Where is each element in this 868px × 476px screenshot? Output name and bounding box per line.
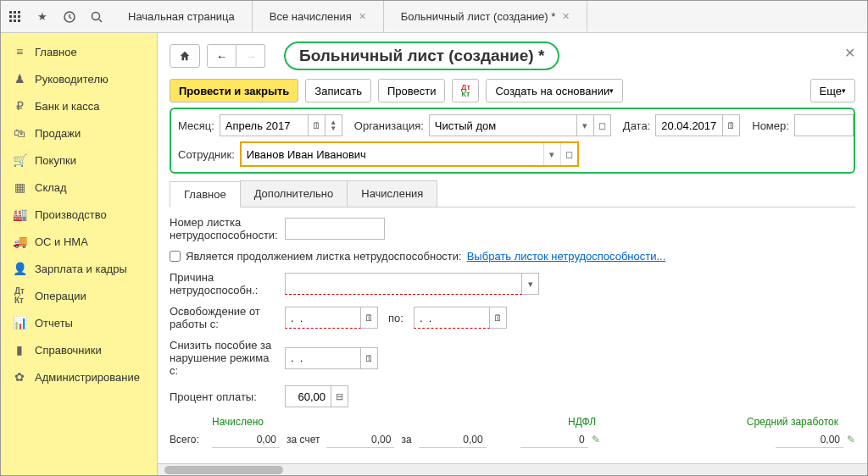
chevron-down-icon: ▾ [609, 86, 614, 95]
sidebar-item-operations[interactable]: ДтКтОперации [1, 282, 157, 309]
sidebar-item-admin[interactable]: ✿Администрирование [1, 363, 157, 390]
continuation-label: Является продолжением листка нетрудоспос… [186, 250, 462, 263]
pay-pct-input[interactable] [285, 385, 331, 407]
month-input[interactable] [220, 114, 309, 136]
svg-rect-0 [9, 11, 12, 14]
open-icon[interactable]: ◻ [594, 114, 611, 136]
edit-icon[interactable]: ✎ [847, 434, 855, 446]
ndfl-header: НДФЛ [568, 416, 670, 428]
sidebar-item-main[interactable]: ≡Главное [1, 38, 157, 65]
employee-field-highlight: ▾ ◻ [240, 141, 579, 167]
employee-input[interactable] [242, 143, 543, 165]
close-form-button[interactable]: ✕ [844, 45, 855, 61]
tab-extra[interactable]: Дополнительно [240, 180, 348, 207]
total-val-1: 0,00 [212, 431, 280, 448]
create-based-button[interactable]: Создать на основании ▾ [486, 79, 623, 102]
history-icon[interactable] [62, 9, 77, 25]
number-label: Номер: [752, 119, 789, 132]
release-to-label: по: [388, 312, 403, 324]
svg-rect-5 [18, 15, 20, 18]
svg-rect-8 [18, 19, 20, 22]
search-icon[interactable] [89, 9, 104, 25]
svg-rect-1 [14, 11, 16, 14]
total-txt-1: за счет [287, 434, 320, 446]
sidebar-item-production[interactable]: 🏭Производство [1, 201, 157, 228]
totals-header: Начислено НДФЛ Средний заработок [170, 416, 855, 428]
date-input[interactable] [655, 114, 723, 136]
svg-rect-7 [14, 19, 16, 22]
dtkt-button[interactable]: ДтКт [452, 79, 479, 102]
sidebar-item-warehouse[interactable]: ▦Склад [1, 174, 157, 201]
sheet-no-input[interactable] [285, 218, 385, 240]
svg-rect-4 [14, 15, 16, 18]
calendar-icon[interactable]: 🗓 [309, 114, 326, 136]
release-to-input[interactable] [414, 307, 490, 329]
totals-row: Всего: 0,00 за счет 0,00 за 0,00 0 ✎ 0,0… [170, 431, 855, 448]
topbar: ★ Начальная страница Все начисления✕ Бол… [1, 1, 867, 33]
save-button[interactable]: Записать [305, 79, 371, 102]
edit-icon[interactable]: ✎ [592, 434, 600, 446]
star-icon[interactable]: ★ [35, 9, 50, 25]
release-from-input[interactable] [285, 307, 361, 329]
org-input[interactable] [429, 114, 577, 136]
sheet-no-label: Номер листка нетрудоспособности: [170, 216, 280, 241]
horizontal-scrollbar[interactable] [158, 463, 867, 475]
open-icon[interactable]: ◻ [560, 143, 577, 165]
sidebar-item-directories[interactable]: ▮Справочники [1, 336, 157, 363]
chevron-down-icon: ▾ [842, 86, 846, 95]
tab-accruals[interactable]: Все начисления✕ [253, 1, 384, 32]
tab-accruals[interactable]: Начисления [347, 180, 437, 207]
svg-rect-3 [9, 15, 12, 18]
tab-sickleave[interactable]: Больничный лист (создание) *✕ [384, 1, 588, 32]
close-icon[interactable]: ✕ [359, 11, 366, 22]
user-icon: 👤 [13, 262, 26, 275]
reason-input[interactable] [285, 273, 522, 295]
main-tab-body: Номер листка нетрудоспособности: Являетс… [170, 216, 855, 448]
close-icon[interactable]: ✕ [562, 11, 570, 22]
select-sheet-link[interactable]: Выбрать листок нетрудоспособности... [467, 250, 666, 263]
chevron-down-icon[interactable]: ▾ [543, 143, 560, 165]
reduce-label: Снизить пособие за нарушение режима с: [170, 339, 280, 377]
topbar-icons: ★ [1, 1, 111, 32]
chevron-down-icon[interactable]: ▾ [577, 114, 594, 136]
calendar-icon[interactable]: 🗓 [361, 347, 378, 369]
sidebar-item-manager[interactable]: ♟Руководителю [1, 65, 157, 92]
date-label: Дата: [623, 119, 650, 132]
sidebar-item-bank[interactable]: ₽Банк и касса [1, 92, 157, 119]
number-input[interactable] [794, 114, 854, 136]
forward-button[interactable]: → [236, 44, 265, 68]
svg-point-10 [92, 12, 100, 19]
tab-main[interactable]: Главное [170, 181, 241, 208]
more-button[interactable]: Еще ▾ [810, 79, 855, 102]
calendar-icon[interactable]: 🗓 [361, 307, 378, 329]
org-label: Организация: [354, 119, 424, 132]
sidebar-item-assets[interactable]: 🚚ОС и НМА [1, 228, 157, 255]
post-button[interactable]: Провести [378, 79, 446, 102]
sidebar-item-sales[interactable]: 🛍Продажи [1, 119, 157, 147]
page-header: ← → Больничный лист (создание) * ✕ [170, 42, 855, 70]
spinner-icon[interactable]: ▲▼ [326, 114, 342, 136]
reduce-input[interactable] [285, 347, 361, 369]
apps-icon[interactable] [8, 9, 23, 25]
home-button[interactable] [170, 44, 200, 68]
page-title: Больничный лист (создание) * [284, 42, 559, 70]
bag-icon: 🛍 [13, 126, 26, 140]
calendar-icon[interactable]: 🗓 [723, 114, 740, 136]
chevron-down-icon[interactable]: ▾ [522, 273, 539, 295]
total-val-4: 0 [520, 431, 588, 448]
reason-label: Причина нетрудоспособн.: [170, 271, 280, 296]
sidebar-item-payroll[interactable]: 👤Зарплата и кадры [1, 255, 157, 282]
avg-header: Средний заработок [670, 416, 855, 428]
calendar-icon[interactable]: 🗓 [490, 307, 507, 329]
ruble-icon: ₽ [13, 99, 26, 113]
total-label: Всего: [170, 434, 212, 446]
spinner-icon[interactable]: ⊟ [331, 385, 348, 407]
sidebar-item-purchases[interactable]: 🛒Покупки [1, 147, 157, 174]
sidebar-item-reports[interactable]: 📊Отчеты [1, 309, 157, 336]
post-close-button[interactable]: Провести и закрыть [170, 79, 298, 102]
svg-rect-2 [18, 11, 20, 14]
continuation-checkbox[interactable] [170, 251, 181, 262]
tab-home[interactable]: Начальная страница [111, 1, 253, 32]
back-button[interactable]: ← [207, 44, 236, 68]
truck-icon: 🚚 [13, 235, 26, 248]
